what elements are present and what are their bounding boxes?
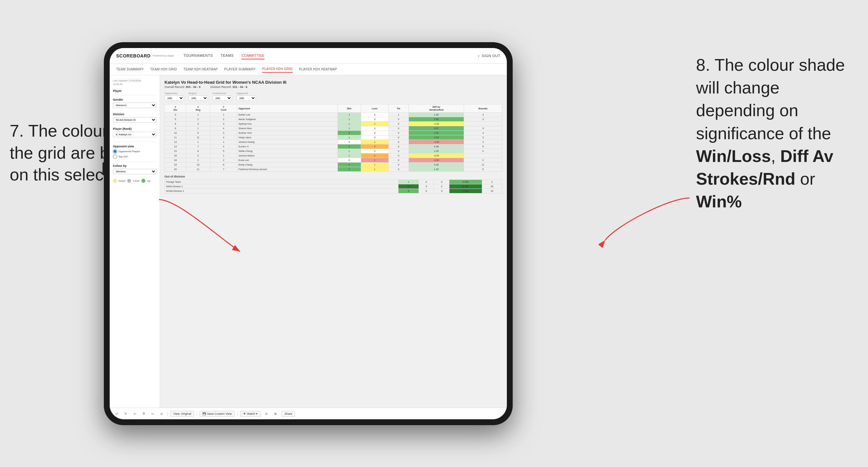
nav-committee[interactable]: COMMITTEE bbox=[241, 52, 265, 59]
th-conf: #Conf bbox=[210, 104, 237, 113]
radio-opponents-played[interactable]: Opponents Played bbox=[113, 149, 156, 154]
share-button[interactable]: Share bbox=[281, 411, 295, 417]
subnav-team-h2h-grid[interactable]: TEAM H2H GRID bbox=[150, 66, 177, 72]
save-custom-button[interactable]: 💾 Save Custom View bbox=[199, 411, 235, 417]
division-label: Division bbox=[113, 113, 156, 116]
td-div: 16 bbox=[165, 154, 186, 158]
th-div: #Div bbox=[165, 104, 186, 113]
td-tie: 0 bbox=[389, 149, 409, 154]
td-rounds: 3 bbox=[464, 117, 502, 122]
td-reg: 3 bbox=[186, 154, 210, 158]
td-diff: 4.00 bbox=[409, 131, 464, 135]
filter-opponents: Opponents: (All) bbox=[164, 92, 184, 101]
nav-tournaments[interactable]: TOURNAMENTS bbox=[184, 52, 213, 59]
gender-select[interactable]: Women's bbox=[113, 102, 156, 108]
sidebar: Last Updated: 27/03/2024 16:55:38 Player… bbox=[110, 75, 160, 408]
radio-top100[interactable]: Top 100 bbox=[113, 154, 156, 159]
ood-td-loss: 0 bbox=[418, 184, 434, 189]
colour-by-label: Colour by bbox=[113, 164, 156, 167]
th-reg: #Reg bbox=[186, 104, 210, 113]
td-diff: 3.67 bbox=[409, 126, 464, 131]
filter-conference: Conference (All) bbox=[213, 92, 232, 101]
table-row: 14 7 4 Eunice Yi 2 2 0 0.38 9 bbox=[165, 145, 502, 149]
division-select[interactable]: NCAA Division III bbox=[113, 117, 156, 123]
ood-td-diff: 9.267 bbox=[450, 184, 482, 189]
ood-td-rounds: 30 bbox=[482, 184, 502, 189]
td-div: 18 bbox=[165, 158, 186, 163]
subnav-player-summary[interactable]: PLAYER SUMMARY bbox=[224, 66, 256, 72]
td-reg: 7 bbox=[186, 145, 210, 149]
colour-legend: Down Level Up bbox=[113, 179, 156, 183]
colour-by-select[interactable]: Win/loss bbox=[113, 169, 156, 174]
td-tie: 0 bbox=[389, 135, 409, 140]
td-reg: 1 bbox=[186, 140, 210, 145]
td-diff: 1.33 bbox=[409, 167, 464, 172]
table-row: 13 1 1 Jessica Huang 0 1 0 -3.00 2 bbox=[165, 140, 502, 145]
layout-button[interactable]: ⊡ bbox=[263, 411, 270, 416]
td-win: 2 bbox=[338, 167, 361, 172]
td-loss: 0 bbox=[361, 117, 389, 122]
td-div: 20 bbox=[165, 167, 186, 172]
td-diff: -0.94 bbox=[409, 154, 464, 158]
td-div: 11 bbox=[165, 135, 186, 140]
tablet-device: SCOREBOARD Powered by clippd TOURNAMENTS… bbox=[104, 42, 513, 425]
undo-button[interactable]: ↺ bbox=[114, 411, 120, 416]
td-reg: 6 bbox=[186, 131, 210, 135]
td-div: 9 bbox=[165, 126, 186, 131]
td-opponent: Federica Domecq Lacroze bbox=[237, 167, 338, 172]
td-win: 1 bbox=[338, 154, 361, 158]
legend-level-dot bbox=[127, 179, 131, 183]
out-of-division-table: Foreign Team 1 0 0 4.500 2 NAIA Division… bbox=[164, 180, 502, 193]
grid-title: Katelyn Vo Head-to-Head Grid for Women's… bbox=[164, 80, 502, 85]
conference-select[interactable]: (All) bbox=[213, 95, 232, 101]
subnav-team-summary[interactable]: TEAM SUMMARY bbox=[116, 66, 144, 72]
td-rounds bbox=[464, 122, 502, 126]
opponents-label: Opponents: bbox=[164, 92, 184, 95]
ood-td-diff: 7.400 bbox=[450, 189, 482, 193]
back-button[interactable]: ↩ bbox=[132, 411, 138, 416]
subnav-player-h2h-grid[interactable]: PLAYER H2H GRID bbox=[262, 66, 293, 73]
td-div: 6 bbox=[165, 122, 186, 126]
arrow-right bbox=[599, 191, 696, 256]
td-tie: 0 bbox=[389, 140, 409, 145]
nav-teams[interactable]: TEAMS bbox=[221, 52, 234, 59]
table-row: 3 1 1 Esther Lee 1 0 1 1.50 4 bbox=[165, 113, 502, 117]
td-reg: 11 bbox=[186, 167, 210, 172]
opponent-select[interactable]: (All) bbox=[237, 95, 256, 101]
td-opponent: Heejo Hyun bbox=[237, 135, 338, 140]
td-diff: 0.30 bbox=[409, 163, 464, 167]
ood-table-row: NCAA Division 2 5 0 0 7.400 10 bbox=[165, 189, 502, 193]
td-diff: 3.33 bbox=[409, 135, 464, 140]
td-div: 14 bbox=[165, 145, 186, 149]
region-select[interactable]: (All) bbox=[188, 95, 208, 101]
td-reg: 3 bbox=[186, 122, 210, 126]
player-rank-select[interactable]: 8. Katelyn Vo bbox=[113, 132, 156, 137]
td-loss: 2 bbox=[361, 145, 389, 149]
td-reg: 10 bbox=[186, 163, 210, 167]
td-diff: 1.25 bbox=[409, 149, 464, 154]
td-win: 2 bbox=[338, 145, 361, 149]
sign-out-link[interactable]: Sign out bbox=[482, 53, 500, 59]
copy-button[interactable]: ⧉ bbox=[141, 411, 147, 416]
nav-separator: ı bbox=[478, 54, 479, 58]
redo-button[interactable]: ↻ bbox=[123, 411, 129, 416]
td-opponent: Euna Lee bbox=[237, 158, 338, 163]
table-row: 15 8 5 Stella Cheng 1 0 0 1.25 4 bbox=[165, 149, 502, 154]
table-row: 10 6 3 Andrea York 2 0 0 4.00 4 bbox=[165, 131, 502, 135]
td-conf: 2 bbox=[210, 117, 237, 122]
forward-button[interactable]: ↪ bbox=[149, 411, 156, 416]
td-diff: -1.00 bbox=[409, 122, 464, 126]
ood-td-rounds: 10 bbox=[482, 189, 502, 193]
subnav-team-h2h-heatmap[interactable]: TEAM H2H HEATMAP bbox=[183, 66, 218, 72]
main-content: Last Updated: 27/03/2024 16:55:38 Player… bbox=[110, 75, 507, 408]
clock-button[interactable]: ⊙ bbox=[158, 411, 165, 416]
grid-button[interactable]: ⊞ bbox=[272, 411, 279, 416]
subnav-player-h2h-heatmap[interactable]: PLAYER H2H HEATMAP bbox=[299, 66, 337, 72]
division-record: Division Record: 331 - 34 - 6 bbox=[210, 85, 247, 89]
watch-button[interactable]: 👁 Watch ▾ bbox=[240, 411, 260, 417]
view-original-button[interactable]: View: Original bbox=[170, 411, 194, 417]
opponents-select[interactable]: (All) bbox=[164, 95, 184, 101]
td-div: 3 bbox=[165, 113, 186, 117]
overall-record: Overall Record: 353 - 34 - 6 bbox=[164, 85, 200, 89]
ood-table-row: Foreign Team 1 0 0 4.500 2 bbox=[165, 180, 502, 184]
